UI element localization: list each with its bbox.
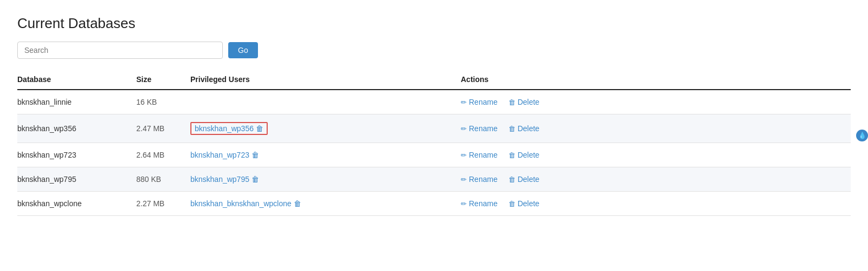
trash-icon: 🗑 — [508, 175, 515, 184]
col-header-actions: Actions — [461, 70, 851, 90]
trash-icon[interactable]: 🗑 — [294, 199, 301, 208]
rename-button[interactable]: ✏ Rename — [461, 199, 498, 208]
table-row: bknskhan_wp3562.47 MBbknskhan_wp356🗑✏ Re… — [17, 114, 851, 143]
rename-button[interactable]: ✏ Rename — [461, 151, 498, 159]
cell-size: 880 KB — [136, 167, 190, 192]
delete-button[interactable]: 🗑 Delete — [508, 124, 539, 133]
trash-icon: 🗑 — [508, 200, 515, 208]
trash-icon: 🗑 — [508, 151, 515, 159]
rename-button[interactable]: ✏ Rename — [461, 175, 498, 184]
cell-database: bknskhan_wpclone — [17, 192, 136, 216]
table-row: bknskhan_wp795880 KBbknskhan_wp795🗑✏ Ren… — [17, 167, 851, 192]
rename-button[interactable]: ✏ Rename — [461, 98, 498, 106]
cell-privileged-users: bknskhan_wp356🗑 — [190, 114, 461, 143]
trash-icon: 🗑 — [508, 125, 515, 133]
trash-icon[interactable]: 🗑 — [251, 175, 259, 184]
cell-size: 2.64 MB — [136, 143, 190, 167]
search-input[interactable] — [17, 42, 223, 59]
trash-icon[interactable]: 🗑 — [251, 151, 259, 159]
cell-privileged-users — [190, 90, 461, 114]
pencil-icon: ✏ — [461, 98, 467, 106]
table-row: bknskhan_wpclone2.27 MBbknskhan_bknskhan… — [17, 192, 851, 216]
cell-actions: ✏ Rename🗑 Delete — [461, 90, 851, 114]
pencil-icon: ✏ — [461, 151, 467, 159]
scrollbar-indicator: 💧 — [856, 130, 868, 141]
cell-database: bknskhan_wp723 — [17, 143, 136, 167]
search-row: Go — [17, 42, 851, 59]
cell-database: bknskhan_linnie — [17, 90, 136, 114]
privileged-user-link[interactable]: bknskhan_bknskhan_wpclone — [190, 199, 291, 208]
cell-actions: ✏ Rename🗑 Delete — [461, 192, 851, 216]
privileged-user-link[interactable]: bknskhan_wp795 — [190, 175, 249, 184]
privileged-user-link[interactable]: bknskhan_wp723 — [190, 151, 249, 159]
actions-container: ✏ Rename🗑 Delete — [461, 199, 844, 208]
privileged-user-link[interactable]: bknskhan_wp356 — [195, 124, 254, 133]
pencil-icon: ✏ — [461, 175, 467, 184]
trash-icon[interactable]: 🗑 — [256, 124, 263, 133]
go-button[interactable]: Go — [228, 42, 258, 58]
rename-button[interactable]: ✏ Rename — [461, 124, 498, 133]
delete-button[interactable]: 🗑 Delete — [508, 98, 539, 106]
cell-privileged-users: bknskhan_wp795🗑 — [190, 167, 461, 192]
col-header-database: Database — [17, 70, 136, 90]
cell-actions: ✏ Rename🗑 Delete — [461, 143, 851, 167]
delete-button[interactable]: 🗑 Delete — [508, 199, 539, 208]
cell-actions: ✏ Rename🗑 Delete — [461, 114, 851, 143]
databases-table: Database Size Privileged Users Actions b… — [17, 70, 851, 216]
pencil-icon: ✏ — [461, 125, 467, 133]
col-header-size: Size — [136, 70, 190, 90]
delete-button[interactable]: 🗑 Delete — [508, 151, 539, 159]
main-container: Current Databases Go Database Size Privi… — [0, 0, 868, 271]
cell-size: 16 KB — [136, 90, 190, 114]
col-header-privileged-users: Privileged Users — [190, 70, 461, 90]
cell-database: bknskhan_wp795 — [17, 167, 136, 192]
cell-actions: ✏ Rename🗑 Delete — [461, 167, 851, 192]
actions-container: ✏ Rename🗑 Delete — [461, 175, 844, 184]
cell-privileged-users: bknskhan_wp723🗑 — [190, 143, 461, 167]
actions-container: ✏ Rename🗑 Delete — [461, 151, 844, 159]
actions-container: ✏ Rename🗑 Delete — [461, 124, 844, 133]
trash-icon: 🗑 — [508, 98, 515, 106]
delete-button[interactable]: 🗑 Delete — [508, 175, 539, 184]
cell-privileged-users: bknskhan_bknskhan_wpclone🗑 — [190, 192, 461, 216]
highlighted-user-cell: bknskhan_wp356🗑 — [190, 122, 268, 135]
pencil-icon: ✏ — [461, 200, 467, 208]
cell-database: bknskhan_wp356 — [17, 114, 136, 143]
table-row: bknskhan_linnie16 KB✏ Rename🗑 Delete — [17, 90, 851, 114]
drop-icon: 💧 — [858, 132, 866, 139]
table-row: bknskhan_wp7232.64 MBbknskhan_wp723🗑✏ Re… — [17, 143, 851, 167]
table-header-row: Database Size Privileged Users Actions — [17, 70, 851, 90]
cell-size: 2.47 MB — [136, 114, 190, 143]
cell-size: 2.27 MB — [136, 192, 190, 216]
actions-container: ✏ Rename🗑 Delete — [461, 98, 844, 106]
page-title: Current Databases — [17, 15, 851, 32]
